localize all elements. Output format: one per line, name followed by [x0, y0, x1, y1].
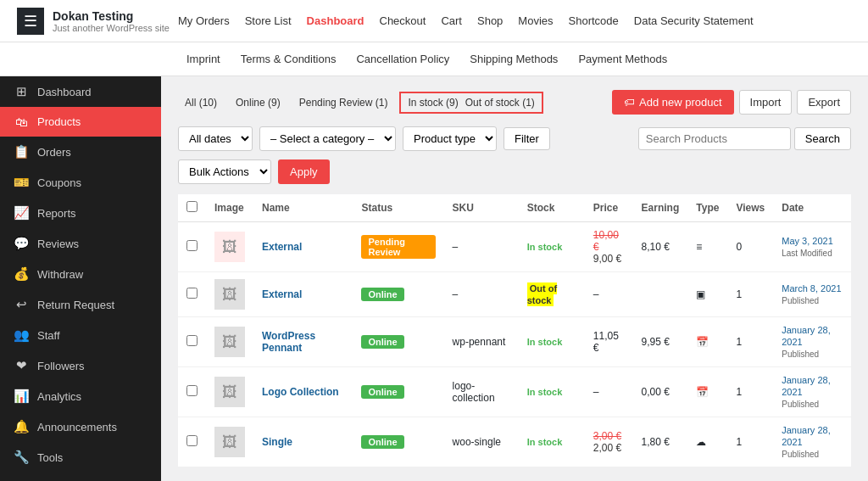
sidebar-item-tools[interactable]: 🔧 Tools [0, 442, 161, 473]
sidebar-item-followers[interactable]: ❤ Followers [0, 350, 161, 381]
select-all-checkbox[interactable] [186, 201, 198, 212]
nav-payment[interactable]: Payment Methods [578, 53, 667, 65]
date-link[interactable]: May 3, 2021 [782, 236, 833, 246]
tab-all[interactable]: All (10) [178, 93, 224, 112]
tab-out-of-stock[interactable]: Out of stock (1) [464, 95, 537, 110]
product-stock: In stock [519, 417, 585, 467]
row-select-checkbox[interactable] [186, 385, 198, 396]
sidebar-item-reports[interactable]: 📈 Reports [0, 198, 161, 228]
product-thumb: 🖼 [214, 279, 245, 310]
nav-imprint[interactable]: Imprint [186, 53, 220, 65]
th-date: Date [773, 194, 851, 222]
product-stock: Out of stock [519, 272, 585, 317]
sidebar-item-orders[interactable]: 📋 Orders [0, 137, 161, 167]
top-nav-links: My Orders Store List Dashboard Checkout … [178, 14, 754, 27]
sidebar-item-label: Reports [37, 207, 76, 220]
apply-button[interactable]: Apply [278, 159, 330, 184]
product-price: – [585, 367, 633, 417]
row-select-checkbox[interactable] [186, 288, 198, 299]
nav-checkout[interactable]: Checkout [380, 14, 426, 27]
sidebar-item-coupons[interactable]: 🎫 Coupons [0, 167, 161, 198]
row-checkbox[interactable] [178, 317, 206, 367]
bulk-actions-select[interactable]: Bulk Actions [178, 159, 271, 184]
menu-icon[interactable]: ☰ [17, 8, 44, 35]
nav-terms[interactable]: Terms & Conditions [241, 53, 337, 65]
product-status-cell: Online [353, 272, 443, 317]
withdraw-icon: 💰 [14, 266, 29, 282]
date-filter[interactable]: All dates [178, 126, 253, 151]
tab-online[interactable]: Online (9) [229, 93, 287, 112]
th-status: Status [353, 194, 443, 222]
date-link[interactable]: January 28, 2021 [782, 425, 830, 447]
followers-icon: ❤ [14, 358, 29, 373]
table-row: 🖼 Single Online woo-single In stock 3,00… [178, 417, 851, 467]
nav-cancellation[interactable]: Cancellation Policy [356, 53, 449, 65]
sidebar-item-reviews[interactable]: 💬 Reviews [0, 228, 161, 259]
product-type: 📅 [687, 367, 727, 417]
site-tagline: Just another WordPress site [53, 23, 170, 33]
search-button[interactable]: Search [794, 127, 851, 150]
sidebar-item-label: Followers [37, 360, 85, 372]
nav-store-list[interactable]: Store List [245, 14, 292, 27]
product-earning: 1,80 € [633, 417, 688, 467]
product-date: May 3, 2021 Last Modified [773, 222, 851, 272]
product-name[interactable]: External [262, 288, 302, 300]
product-type: ☁ [687, 417, 727, 467]
product-earning: 0,00 € [633, 367, 688, 417]
sidebar-item-return-request[interactable]: ↩ Return Request [0, 289, 161, 320]
date-note: Published [782, 450, 819, 459]
product-price: – [585, 272, 633, 317]
sidebar-item-products[interactable]: 🛍 Products [0, 107, 161, 137]
filter-button[interactable]: Filter [504, 127, 550, 150]
product-name-cell: Single [253, 417, 353, 467]
nav-my-orders[interactable]: My Orders [178, 14, 230, 27]
sidebar-item-support[interactable]: ⊙ Support [0, 473, 161, 481]
product-date: January 28, 2021 Published [773, 317, 851, 367]
tab-pending-review[interactable]: Pending Review (1) [292, 93, 395, 112]
product-name[interactable]: Logo Collection [262, 386, 339, 398]
return-icon: ↩ [14, 297, 29, 312]
sidebar-item-label: Staff [37, 329, 60, 342]
sidebar-item-label: Tools [37, 451, 63, 464]
search-input[interactable] [638, 127, 791, 150]
add-new-product-button[interactable]: 🏷 Add new product [612, 90, 734, 115]
sidebar-item-announcements[interactable]: 🔔 Announcements [0, 411, 161, 442]
row-select-checkbox[interactable] [186, 335, 198, 346]
product-name[interactable]: External [262, 241, 302, 253]
row-checkbox[interactable] [178, 272, 206, 317]
product-views: 0 [727, 222, 773, 272]
row-checkbox[interactable] [178, 367, 206, 417]
stock-status: In stock [527, 437, 563, 447]
row-checkbox[interactable] [178, 222, 206, 272]
product-name-cell: External [253, 222, 353, 272]
nav-shortcode[interactable]: Shortcode [569, 14, 619, 27]
export-button[interactable]: Export [797, 90, 851, 115]
product-date: March 8, 2021 Published [773, 272, 851, 317]
product-name[interactable]: Single [262, 436, 292, 448]
nav-shop[interactable]: Shop [477, 14, 503, 27]
nav-movies[interactable]: Movies [518, 14, 553, 27]
nav-cart[interactable]: Cart [441, 14, 462, 27]
date-link[interactable]: March 8, 2021 [782, 283, 841, 294]
filter-tabs-row: All (10) Online (9) Pending Review (1) I… [178, 90, 851, 115]
product-type-filter[interactable]: Product type [403, 126, 497, 151]
date-link[interactable]: January 28, 2021 [782, 375, 830, 397]
tab-in-stock[interactable]: In stock (9) [406, 95, 459, 110]
import-button[interactable]: Import [739, 90, 793, 115]
sidebar-item-analytics[interactable]: 📊 Analytics [0, 381, 161, 411]
nav-shipping[interactable]: Shipping Methods [470, 53, 558, 65]
nav-dashboard[interactable]: Dashboard [307, 14, 364, 27]
row-checkbox[interactable] [178, 417, 206, 467]
category-filter[interactable]: – Select a category – [259, 126, 396, 151]
sidebar-item-staff[interactable]: 👥 Staff [0, 320, 161, 350]
status-badge: Online [361, 288, 403, 301]
sidebar-item-withdraw[interactable]: 💰 Withdraw [0, 259, 161, 289]
date-link[interactable]: January 28, 2021 [782, 325, 830, 347]
nav-data-security[interactable]: Data Security Statement [634, 14, 754, 27]
row-select-checkbox[interactable] [186, 435, 198, 446]
product-name[interactable]: WordPress Pennant [262, 330, 315, 354]
product-views: 1 [727, 272, 773, 317]
row-select-checkbox[interactable] [186, 240, 198, 251]
product-price: 11,05 € [585, 317, 633, 367]
sidebar-item-dashboard[interactable]: ⊞ Dashboard [0, 76, 161, 107]
